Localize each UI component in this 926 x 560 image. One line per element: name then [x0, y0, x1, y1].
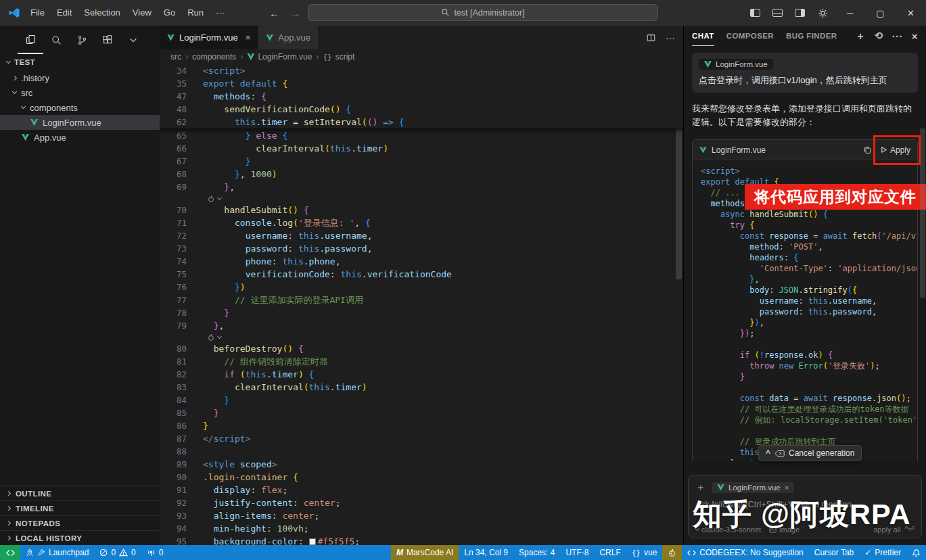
remote-indicator[interactable] [0, 545, 20, 560]
menu-item-[interactable]: ··· [210, 0, 231, 26]
chip-close-icon[interactable]: × [785, 484, 789, 492]
forward-arrow-icon[interactable]: → [290, 7, 300, 19]
prettier-status[interactable]: ✓ Prettier [859, 545, 906, 560]
line-number: 34 [160, 64, 187, 77]
file-chip[interactable]: LoginForm.vue [699, 59, 773, 70]
source-control-icon[interactable] [69, 26, 95, 54]
breadcrumb-item-loginformvue[interactable]: LoginForm.vue [247, 52, 312, 62]
chat-tab-composer[interactable]: COMPOSER [726, 26, 774, 46]
menu-item-go[interactable]: Go [158, 0, 181, 26]
gear-icon[interactable] [818, 8, 828, 18]
close-window-button[interactable]: ✕ [896, 0, 926, 26]
code-text: }, [203, 319, 224, 332]
sidebar-section-local-history[interactable]: LOCAL HISTORY [0, 530, 160, 545]
breadcrumb[interactable]: src›components›LoginForm.vue›{}script [160, 49, 683, 64]
menu-item-file[interactable]: File [24, 0, 51, 26]
input-file-chip[interactable]: LoginForm.vue × [712, 482, 794, 493]
code-line: 62 this.timer = setInterval(() => { [160, 116, 683, 129]
braces-icon: {} [632, 549, 641, 557]
code-text: background-color: #f5f5f5; [203, 535, 360, 545]
breadcrumb-item-script[interactable]: {}script [323, 52, 354, 62]
toggle-panel-icon[interactable] [772, 9, 783, 17]
extensions-icon[interactable] [95, 26, 120, 54]
problems-status[interactable]: 0 0 [94, 545, 141, 560]
language-mode-status[interactable]: {} vue [626, 545, 663, 560]
menu-item-view[interactable]: View [126, 0, 158, 26]
history-icon[interactable]: ⟲ [875, 30, 883, 42]
command-center-search[interactable]: test [Administrator] [308, 4, 658, 21]
tree-item-appvue[interactable]: App.vue [0, 130, 160, 145]
chat-more-icon[interactable]: ··· [892, 30, 903, 42]
new-chat-icon[interactable]: ＋ [855, 30, 865, 43]
split-editor-icon[interactable] [646, 33, 656, 43]
code-line: 77 // 这里添加实际的登录API调用 [160, 294, 683, 306]
add-context-icon[interactable]: ＋ [695, 481, 705, 494]
chat-tab-chat[interactable]: CHAT [692, 26, 714, 46]
sidebar-section-label: OUTLINE [16, 490, 51, 498]
code-text: phone: this.phone, [203, 255, 341, 268]
apply-button[interactable]: Apply [880, 145, 910, 155]
menu-item-run[interactable]: Run [181, 0, 210, 26]
vue-file-icon [167, 34, 175, 41]
code-line: 48 sendVerificationCode() { [160, 103, 683, 116]
menu-item-edit[interactable]: Edit [51, 0, 78, 26]
inline-ai-widget[interactable] [160, 193, 683, 204]
editor-tab-loginformvue[interactable]: LoginForm.vue× [160, 26, 258, 49]
tree-item-components[interactable]: components [0, 100, 160, 115]
explorer-root-header[interactable]: TEST [0, 54, 160, 70]
cursor-tab-status[interactable]: Cursor Tab [809, 545, 859, 560]
inline-ai-widget[interactable] [160, 332, 683, 342]
toggle-secondary-sidebar-icon[interactable] [795, 9, 805, 17]
code-editor-region[interactable]: 34<script>35export default {47 methods: … [160, 64, 683, 545]
indentation-status[interactable]: Spaces: 4 [513, 545, 560, 560]
code-text: display: flex; [203, 484, 287, 496]
ports-status[interactable]: 0 [141, 545, 169, 560]
encoding-status[interactable]: UTF-8 [560, 545, 594, 560]
toggle-sidebar-icon[interactable] [750, 9, 760, 17]
tree-item-src[interactable]: src [0, 85, 160, 100]
eol-status[interactable]: CRLF [594, 545, 626, 560]
line-number: 65 [160, 129, 187, 142]
breadcrumb-label: script [335, 52, 355, 62]
chat-scrollbar[interactable] [920, 129, 925, 298]
marscode-mascot-status[interactable] [662, 545, 682, 560]
chevron-down-icon [217, 195, 222, 200]
sidebar-section-timeline[interactable]: TIMELINE [0, 500, 160, 515]
launchpad-status[interactable]: Launchpad [20, 545, 94, 560]
cursor-position-status[interactable]: Ln 34, Col 9 [459, 545, 513, 560]
chat-tabbar: CHATCOMPOSERBUG FINDER＋⟲···× [684, 26, 926, 46]
line-number: 95 [160, 535, 187, 545]
close-panel-icon[interactable]: × [912, 30, 918, 42]
explorer-icon[interactable] [18, 26, 43, 54]
tree-item-history[interactable]: .history [0, 70, 160, 85]
more-views-chevron-icon[interactable] [120, 26, 146, 54]
menu-item-selection[interactable]: Selection [78, 0, 126, 26]
codegeex-status[interactable]: CODEGEEX: No Suggestion [682, 545, 808, 560]
code-text: } [203, 406, 218, 419]
editor-tab-appvue[interactable]: App.vue [258, 26, 319, 49]
line-number: 62 [160, 116, 187, 129]
chat-code-line: const data = await response.json(); [701, 393, 917, 404]
minimize-button[interactable]: ─ [835, 0, 865, 26]
sidebar-section-outline[interactable]: OUTLINE [0, 486, 160, 500]
chat-tab-bug-finder[interactable]: BUG FINDER [786, 26, 837, 46]
copy-icon[interactable] [863, 145, 872, 154]
breadcrumb-item-components[interactable]: components [192, 52, 236, 62]
sidebar-section-notepads[interactable]: NOTEPADS [0, 515, 160, 530]
chat-code-card-header: LoginForm.vue Apply [693, 140, 917, 160]
code-line: 74 phone: this.phone, [160, 255, 683, 268]
launchpad-label: Launchpad [49, 548, 89, 557]
back-arrow-icon[interactable]: ← [269, 7, 279, 19]
notifications-bell-icon[interactable] [906, 545, 926, 560]
cancel-generation-tooltip[interactable]: ^ Cancel generation [758, 445, 862, 461]
search-view-icon[interactable] [43, 26, 69, 54]
breadcrumb-item-src[interactable]: src [170, 52, 181, 62]
editor-more-actions-icon[interactable]: ··· [666, 32, 675, 43]
tree-item-loginformvue[interactable]: LoginForm.vue [0, 115, 160, 130]
marscode-status[interactable]: M MarsCode AI [391, 545, 459, 560]
maximize-button[interactable]: ▢ [865, 0, 896, 26]
chat-code-line: if (!response.ok) { [701, 350, 917, 360]
code-text: } [203, 155, 250, 168]
sidebar: TEST .historysrccomponentsLoginForm.vueA… [0, 26, 160, 545]
tab-close-icon[interactable]: × [246, 32, 251, 43]
